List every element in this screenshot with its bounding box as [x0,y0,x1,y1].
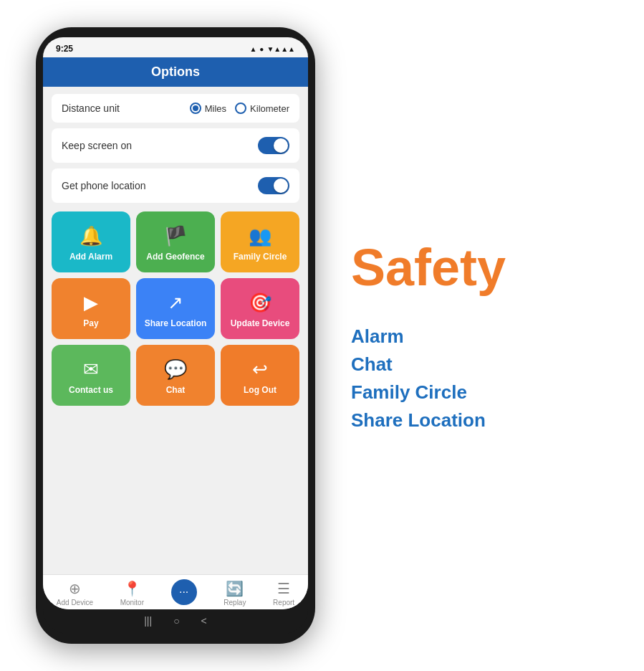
pay-icon: ▶ [84,292,98,314]
miles-radio[interactable] [190,103,201,114]
add-alarm-button[interactable]: 🔔 Add Alarm [52,211,130,272]
update-device-icon: 🎯 [249,292,271,314]
more-icon[interactable]: ··· [171,579,197,605]
share-location-button[interactable]: ↗ Share Location [136,278,215,339]
feature-family-circle: Family Circle [351,381,601,404]
add-alarm-label: Add Alarm [69,252,112,262]
add-device-icon: ⊕ [69,580,81,597]
status-icons: ▲ ● ▼▲▲▲ [249,45,295,53]
bottom-nav: ⊕ Add Device 📍 Monitor ··· 🔄 Replay [43,574,308,609]
feature-alarm: Alarm [351,325,601,348]
app-header-title: Options [151,65,200,79]
get-location-toggle[interactable] [258,177,289,194]
miles-label: Miles [205,103,226,114]
status-bar: 9:25 ▲ ● ▼▲▲▲ [43,37,308,57]
radio-group: Miles Kilometer [190,103,289,114]
distance-unit-label: Distance unit [62,103,120,114]
logout-label: Log Out [244,385,277,395]
nav-replay[interactable]: 🔄 Replay [224,580,246,606]
brand-title: Safety [351,239,601,296]
feature-chat: Chat [351,353,601,376]
add-geofence-label: Add Geofence [146,252,204,262]
nav-add-device[interactable]: ⊕ Add Device [57,580,93,606]
home-bar-back[interactable]: < [201,615,207,627]
kilometer-label: Kilometer [250,103,289,114]
family-circle-icon: 👥 [249,225,271,247]
chat-icon: 💬 [164,358,187,381]
geofence-icon: 🏴 [164,225,187,247]
grid-section: 🔔 Add Alarm 🏴 Add Geofence 👥 Family Circ… [43,207,308,410]
kilometer-radio[interactable] [235,103,246,114]
replay-nav-label: Replay [224,599,246,606]
phone-wrapper: 9:25 ▲ ● ▼▲▲▲ Options Distance unit [21,27,330,644]
keep-screen-row: Keep screen on [52,128,299,163]
pay-button[interactable]: ▶ Pay [52,278,130,339]
phone-device: 9:25 ▲ ● ▼▲▲▲ Options Distance unit [36,27,315,644]
update-device-button[interactable]: 🎯 Update Device [221,278,299,339]
contact-icon: ✉ [83,358,99,381]
add-geofence-button[interactable]: 🏴 Add Geofence [136,211,215,272]
pay-label: Pay [83,318,98,328]
feature-share-location: Share Location [351,409,601,432]
phone-screen: Options Distance unit Miles [43,57,308,609]
miles-option[interactable]: Miles [190,103,226,114]
phone-home-bar: ||| ○ < [43,609,308,634]
distance-unit-row: Distance unit Miles Kilometer [52,94,299,123]
chat-label: Chat [166,385,186,395]
contact-us-label: Contact us [69,385,113,395]
update-device-label: Update Device [231,318,290,328]
contact-us-button[interactable]: ✉ Contact us [52,345,130,406]
nav-monitor[interactable]: 📍 Monitor [120,580,144,606]
options-section: Distance unit Miles Kilometer [43,87,308,207]
family-circle-button[interactable]: 👥 Family Circle [221,211,299,272]
nav-more[interactable]: ··· [171,579,197,606]
keep-screen-toggle[interactable] [258,137,289,154]
logout-icon: ↩ [252,358,268,381]
family-circle-label: Family Circle [234,252,287,262]
replay-icon: 🔄 [226,580,244,597]
app-header: Options [43,57,308,87]
share-location-label: Share Location [145,318,207,328]
add-device-nav-label: Add Device [57,599,93,606]
right-panel: Safety Alarm Chat Family Circle Share Lo… [330,225,623,445]
alarm-icon: 🔔 [80,225,102,247]
report-nav-label: Report [273,599,294,606]
kilometer-option[interactable]: Kilometer [235,103,289,114]
logout-button[interactable]: ↩ Log Out [221,345,299,406]
home-bar-lines: ||| [144,615,152,627]
nav-report[interactable]: ☰ Report [273,580,294,606]
feature-list: Alarm Chat Family Circle Share Location [351,325,601,432]
chat-button[interactable]: 💬 Chat [136,345,215,406]
get-location-row: Get phone location [52,168,299,203]
page-container: 9:25 ▲ ● ▼▲▲▲ Options Distance unit [0,0,644,671]
status-time: 9:25 [56,44,73,54]
monitor-nav-label: Monitor [120,599,144,606]
report-icon: ☰ [277,580,290,597]
keep-screen-label: Keep screen on [62,140,132,151]
home-bar-circle[interactable]: ○ [173,615,179,627]
get-location-label: Get phone location [62,180,146,191]
share-location-icon: ↗ [168,292,183,314]
monitor-icon: 📍 [123,580,141,597]
